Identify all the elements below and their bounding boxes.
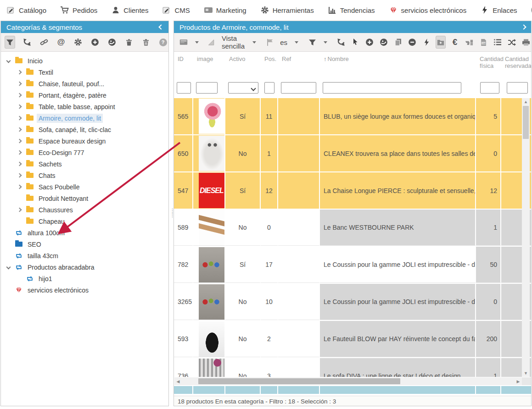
cell-activo[interactable]: Sí — [225, 247, 261, 283]
cell-cantidad-fisica[interactable]: 0 — [476, 135, 501, 171]
cell-image[interactable]: DIESEL — [193, 172, 225, 209]
nav-herramientas[interactable]: Herramientas — [260, 6, 314, 14]
cell-pos[interactable]: 3 — [261, 358, 278, 377]
col-header-cantidad-reservada[interactable]: Cantidad reservada — [501, 52, 532, 77]
filter-pos-input[interactable] — [264, 82, 274, 94]
cell-ref[interactable] — [278, 321, 320, 357]
cell-image[interactable] — [193, 135, 225, 171]
link-button[interactable] — [39, 36, 49, 49]
tree-item-chaise[interactable]: Chaise, fauteuil, pouf... — [1, 78, 168, 89]
filter-image-input[interactable] — [196, 82, 218, 94]
cell-pos[interactable]: 1 — [261, 135, 278, 171]
cell-id[interactable]: 782 — [174, 247, 193, 283]
filter-nombre-input[interactable] — [323, 82, 461, 94]
tree-item-eco-design[interactable]: Eco-Design 777 — [1, 147, 168, 158]
nav-marketing[interactable]: Marketing — [204, 6, 246, 14]
tree-item-textil[interactable]: Textil — [1, 66, 168, 78]
settings-button[interactable] — [73, 36, 83, 49]
tree-item-portant[interactable]: Portant, étagère, patère — [1, 89, 168, 101]
cell-activo[interactable]: Sí — [225, 98, 261, 134]
tree-item-sofa[interactable]: Sofa, canapé, lit, clic-clac — [1, 124, 168, 135]
col-header-activo[interactable]: Activo — [225, 52, 261, 77]
view-mode-button[interactable] — [207, 36, 217, 49]
tree-item-chats[interactable]: Chats — [1, 170, 168, 181]
table-row[interactable]: 589 No 0 Le Banc WESTBOURNE PARK 1 — [174, 210, 531, 247]
tree-item-productos-abracadabra[interactable]: Productos abracadabra — [1, 261, 168, 273]
chevron-down-icon[interactable] — [5, 265, 12, 269]
table-row[interactable]: 782 Sí 17 Le Coussin pour la gamme JOLI … — [174, 247, 531, 284]
nav-tendencias[interactable]: Tendencias — [328, 6, 375, 14]
table-row[interactable]: 547 DIESEL Sí 12 La Chaise Longue PIERCE… — [174, 172, 531, 210]
cell-nombre[interactable]: Le Coussin pour la gamme JOLI est imputr… — [320, 284, 476, 320]
tree-item-table[interactable]: Table, table basse, appoint — [1, 101, 168, 112]
col-header-id[interactable]: ID — [174, 52, 193, 77]
tree-item-chapeau[interactable]: Chapeau — [1, 216, 168, 227]
cell-image[interactable] — [193, 358, 225, 377]
cell-nombre[interactable]: La Chaise Longue PIERCE : sculpturale et… — [320, 172, 476, 209]
cell-image[interactable] — [193, 210, 225, 246]
chevron-right-icon[interactable] — [16, 71, 23, 74]
scroll-down-arrow[interactable]: ▼ — [522, 370, 530, 377]
refresh-button[interactable] — [22, 36, 32, 49]
horizontal-scrollbar[interactable]: ◀ ▶ — [174, 377, 522, 385]
cell-id[interactable]: 565 — [174, 98, 193, 134]
cell-ref[interactable] — [278, 210, 320, 246]
filter-ref-input[interactable] — [281, 82, 316, 94]
chevron-right-icon[interactable] — [16, 94, 23, 97]
euro-prices-button[interactable]: € — [450, 36, 460, 49]
filter-activo-select[interactable] — [228, 82, 258, 94]
cell-cantidad-fisica[interactable]: 200 — [476, 321, 501, 357]
cell-ref[interactable] — [278, 284, 320, 320]
delete-button[interactable] — [124, 36, 134, 49]
cell-pos[interactable]: 0 — [261, 210, 278, 246]
cell-ref[interactable] — [278, 98, 320, 134]
cell-cantidad-fisica[interactable]: 50 — [476, 247, 501, 283]
chevron-right-icon[interactable] — [16, 128, 23, 131]
table-row[interactable]: 593 No 2 Le Fauteuil BLOW par HAY réinve… — [174, 321, 531, 358]
table-row[interactable]: 650 No 1 CLEANEX trouvera sa place dans … — [174, 135, 531, 172]
cell-id[interactable]: 589 — [174, 210, 193, 246]
chevron-right-icon[interactable] — [16, 105, 23, 108]
expand-panel-icon[interactable] — [521, 24, 526, 29]
col-header-pos[interactable]: Pos. — [261, 52, 278, 77]
cell-pos[interactable]: 11 — [261, 98, 278, 134]
horizontal-scroll-thumb[interactable] — [198, 378, 400, 384]
cell-pos[interactable]: 17 — [261, 247, 278, 283]
vertical-scroll-thumb[interactable] — [523, 106, 529, 139]
nav-cms[interactable]: CMS — [162, 6, 190, 14]
cell-cantidad-fisica[interactable]: 0 — [476, 284, 501, 320]
nav-catalogo[interactable]: Catálogo — [6, 6, 46, 14]
filter-id-input[interactable] — [177, 82, 191, 94]
cell-activo[interactable]: Sí — [225, 172, 261, 209]
duplicate-button[interactable] — [393, 36, 403, 49]
folder-add-button[interactable] — [436, 36, 446, 49]
cell-pos[interactable]: 12 — [261, 172, 278, 209]
table-row[interactable]: 565 Sí 11 BLUB, un siège lounge aux form… — [174, 98, 531, 135]
filter-caret[interactable] — [324, 41, 327, 44]
tree-item-chaussures[interactable]: Chaussures — [1, 204, 168, 216]
col-header-cantidad-fisica[interactable]: Cantidad física — [476, 52, 501, 77]
cell-pos[interactable]: 10 — [261, 284, 278, 320]
tree-item-hijo1[interactable]: hijo1 — [1, 273, 168, 284]
nav-enlaces[interactable]: Enlaces — [480, 6, 517, 14]
chevron-right-icon[interactable] — [16, 162, 23, 166]
scroll-up-arrow[interactable]: ▲ — [522, 98, 530, 105]
tree-item-tailla-43cm[interactable]: tailla 43cm — [1, 250, 168, 261]
col-header-nombre[interactable]: ↑Nombre — [320, 52, 476, 77]
delete-forever-button[interactable] — [141, 36, 151, 49]
cell-cantidad-fisica[interactable]: 5 — [476, 98, 501, 134]
cell-ref[interactable] — [278, 135, 320, 171]
filter-cantidad-reservada-input[interactable] — [507, 82, 528, 94]
chevron-right-icon[interactable] — [16, 208, 23, 211]
language-caret[interactable] — [295, 41, 298, 44]
filter-cantidad-fisica-input[interactable] — [480, 82, 499, 94]
csv-export-button[interactable]: CSV — [478, 36, 488, 49]
nav-clientes[interactable]: Clientes — [111, 6, 148, 14]
tree-item-sacs-poubelle[interactable]: Sacs Poubelle — [1, 181, 168, 193]
panel-resize-handle[interactable]: ⋮⋮ — [169, 209, 173, 217]
col-header-ref[interactable]: Ref — [278, 52, 320, 77]
cell-activo[interactable]: No — [225, 321, 261, 357]
cell-activo[interactable]: No — [225, 358, 261, 377]
cell-activo[interactable]: No — [225, 284, 261, 320]
cell-nombre[interactable]: Le Coussin pour la gamme JOLI est imputr… — [320, 247, 476, 283]
